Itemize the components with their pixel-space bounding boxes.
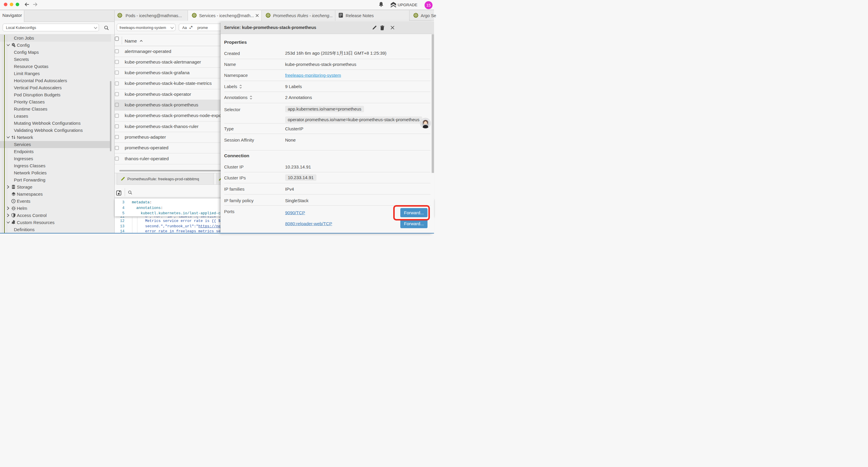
svg-text:HELM: HELM (12, 208, 15, 209)
